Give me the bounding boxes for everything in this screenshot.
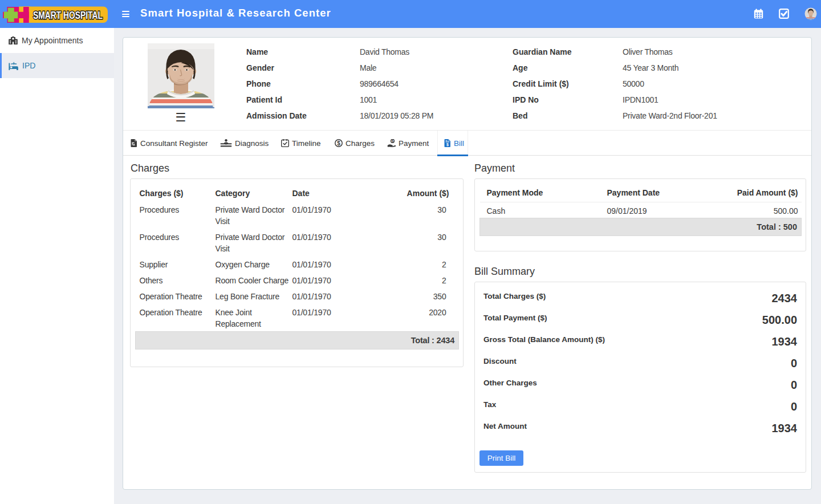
- svg-text:$: $: [392, 139, 394, 144]
- svg-text:SMART HOSPITAL: SMART HOSPITAL: [33, 9, 103, 21]
- svg-text:$: $: [446, 143, 449, 147]
- svg-text:$: $: [337, 140, 340, 147]
